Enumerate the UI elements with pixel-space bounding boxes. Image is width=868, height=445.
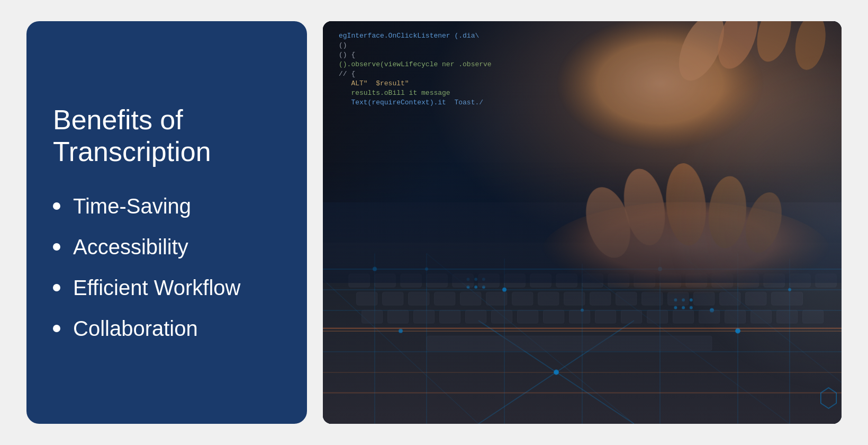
title-line2: Transcription — [53, 136, 211, 167]
list-item: Time-Saving — [53, 194, 281, 218]
bullet-dot — [53, 325, 60, 332]
list-item: Efficient Workflow — [53, 276, 281, 300]
bullet-dot — [53, 243, 60, 251]
tech-image: egInterface.OnClickListener (.dia\ () ()… — [323, 21, 842, 424]
list-item: Collaboration — [53, 317, 281, 341]
benefit-accessibility: Accessibility — [73, 235, 188, 259]
benefit-time-saving: Time-Saving — [73, 194, 191, 218]
slide-container: Benefits of Transcription Time-Saving Ac… — [26, 16, 842, 429]
right-light — [634, 21, 842, 424]
benefit-efficient-workflow: Efficient Workflow — [73, 276, 240, 300]
benefits-list: Time-Saving Accessibility Efficient Work… — [53, 194, 281, 341]
title-line1: Benefits of — [53, 104, 183, 135]
slide-title: Benefits of Transcription — [53, 104, 281, 168]
left-panel: Benefits of Transcription Time-Saving Ac… — [26, 21, 307, 424]
bullet-dot — [53, 284, 60, 291]
benefit-collaboration: Collaboration — [73, 317, 198, 341]
bullet-dot — [53, 202, 60, 210]
list-item: Accessibility — [53, 235, 281, 259]
right-panel: egInterface.OnClickListener (.dia\ () ()… — [323, 21, 842, 424]
